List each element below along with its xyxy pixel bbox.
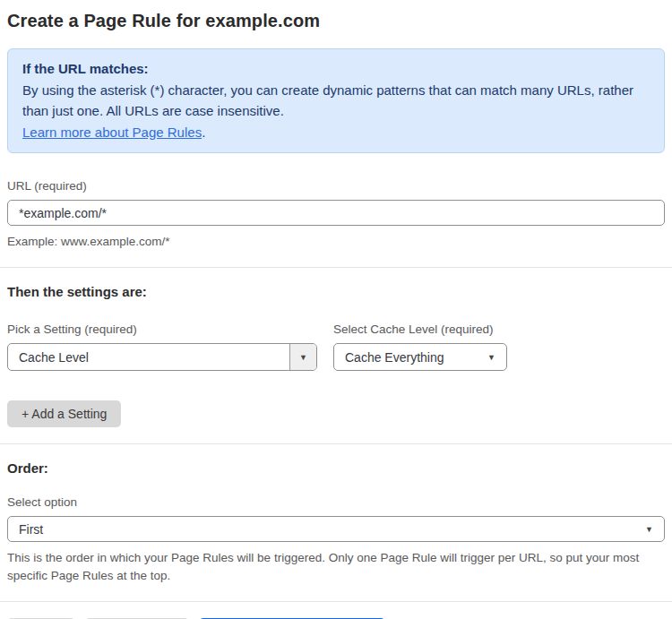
chevron-down-icon: ▼: [645, 517, 664, 541]
cache-level-dropdown[interactable]: Cache Everything ▼: [333, 343, 507, 371]
setting-picker-value: Cache Level: [8, 344, 289, 370]
order-dropdown[interactable]: First ▼: [7, 516, 665, 542]
settings-section-heading: Then the settings are:: [7, 284, 665, 299]
page-title: Create a Page Rule for example.com: [7, 11, 665, 31]
order-select-label: Select option: [7, 495, 665, 509]
info-box-body-text: By using the asterisk (*) character, you…: [22, 82, 633, 119]
setting-picker-dropdown[interactable]: Cache Level ▼: [7, 343, 317, 371]
cache-level-value: Cache Everything: [334, 344, 487, 370]
divider: [0, 601, 672, 602]
setting-picker-arrow-button[interactable]: ▼: [289, 344, 316, 370]
add-setting-button[interactable]: + Add a Setting: [7, 400, 121, 427]
url-helper-text: Example: www.example.com/*: [7, 233, 665, 251]
info-box-link-line: Learn more about Page Rules.: [22, 122, 650, 143]
url-input[interactable]: [7, 200, 665, 226]
order-section-heading: Order:: [7, 460, 665, 476]
learn-more-link[interactable]: Learn more about Page Rules: [22, 125, 202, 140]
chevron-down-icon: ▼: [299, 353, 307, 362]
info-box-body: By using the asterisk (*) character, you…: [22, 80, 650, 122]
order-helper-text: This is the order in which your Page Rul…: [7, 549, 665, 585]
chevron-down-icon: ▼: [487, 344, 506, 370]
setting-picker-column: Pick a Setting (required) Cache Level ▼: [7, 322, 317, 371]
cache-level-column: Select Cache Level (required) Cache Ever…: [333, 322, 507, 371]
divider: [0, 443, 672, 444]
url-label: URL (required): [7, 179, 665, 193]
settings-row: Pick a Setting (required) Cache Level ▼ …: [7, 322, 665, 371]
cache-level-label: Select Cache Level (required): [333, 322, 507, 336]
info-box-heading: If the URL matches:: [22, 58, 650, 80]
order-dropdown-value: First: [8, 517, 645, 541]
link-suffix: .: [202, 125, 205, 140]
url-matches-info-box: If the URL matches: By using the asteris…: [7, 48, 665, 153]
setting-picker-label: Pick a Setting (required): [7, 322, 317, 336]
divider: [0, 267, 672, 268]
create-page-rule-form: Create a Page Rule for example.com If th…: [0, 0, 672, 619]
